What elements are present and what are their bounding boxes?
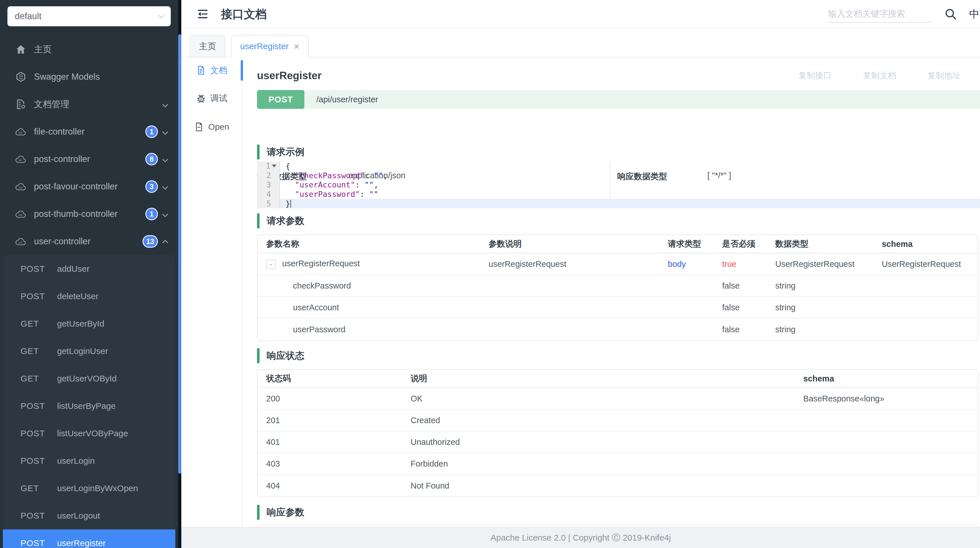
param-required-cell: true [714, 253, 767, 275]
doc-icon [196, 65, 206, 75]
api-cloud-icon: API [15, 236, 27, 247]
copy-link-2[interactable]: 复制地址 [928, 70, 961, 81]
sidebar-item-label: 文档管理 [34, 98, 69, 110]
sidebar-item-label: Swagger Models [34, 72, 100, 82]
sidebar-scrollbar-thumb[interactable] [178, 34, 181, 474]
api-cloud-icon: API [15, 153, 27, 165]
operation-item[interactable]: GETgetUserVOById [3, 365, 175, 392]
sidebar-scrollbar-track[interactable] [178, 0, 181, 548]
doc-nav-item-0[interactable]: 文档 [181, 61, 242, 80]
param-schema-cell [873, 319, 978, 340]
chevron-down-icon [159, 13, 164, 18]
operation-item[interactable]: GETgetUserById [3, 310, 175, 338]
close-icon[interactable]: × [294, 41, 299, 51]
svg-text:API: API [18, 186, 22, 189]
doc-nav-item-1[interactable]: 调试 [181, 89, 242, 108]
column-header: 状态码 [258, 370, 402, 388]
param-type-cell [659, 319, 714, 340]
line-number: 3 [257, 180, 280, 190]
operation-name: userRegister [57, 538, 106, 548]
fold-arrow-icon[interactable] [272, 164, 277, 167]
table-row: 403Forbidden [258, 453, 978, 475]
doc-manage-icon [15, 99, 27, 110]
operation-item[interactable]: POSTlistUserByPage [3, 392, 175, 420]
status-code-cell: 404 [258, 475, 402, 497]
status-desc-cell: Created [402, 410, 795, 432]
status-schema-cell: BaseResponse«long» [795, 388, 978, 410]
operation-item[interactable]: GETgetLoginUser [3, 338, 175, 365]
api-cloud-icon: API [15, 126, 27, 137]
sidebar-item-label: post-controller [34, 154, 90, 164]
operation-item[interactable]: POSTaddUser [3, 255, 175, 283]
operation-item[interactable]: POSTuserRegister [3, 529, 175, 548]
sidebar-item-5[interactable]: APIpost-favour-controller3 [0, 173, 178, 200]
operation-item[interactable]: POSTlistUserVOByPage [3, 420, 175, 447]
svg-text:API: API [18, 131, 22, 134]
code-line: 4 "userPassword": "" [257, 190, 980, 199]
code-line: 3 "userAccount": "", [257, 180, 980, 190]
copy-link-1[interactable]: 复制文档 [863, 70, 896, 81]
column-header: 参数说明 [480, 235, 659, 253]
doc-nav-item-2[interactable]: Open [181, 118, 242, 136]
operation-method: GET [21, 346, 57, 356]
table-row: userAccountfalsestring [258, 297, 978, 319]
section-response-status: 响应状态 [257, 348, 304, 363]
operation-item[interactable]: POSTuserLogout [3, 502, 175, 529]
request-params-table: 参数名称参数说明请求类型是否必须数据类型schema-userRegisterR… [257, 234, 978, 341]
tab-userRegister[interactable]: userRegister× [231, 35, 309, 57]
param-desc-cell [480, 319, 659, 340]
request-example-editor[interactable]: 1{2 "checkPassword": "",3 "userAccount":… [257, 161, 980, 208]
section-response-params: 响应参数 [257, 505, 304, 520]
operation-name: listUserByPage [57, 401, 116, 411]
search-icon[interactable] [944, 8, 957, 21]
param-type-cell [659, 297, 714, 319]
operation-item[interactable]: POSTuserLogin [3, 447, 175, 475]
count-badge: 1 [145, 126, 158, 138]
doc-nav-label: 文档 [210, 65, 227, 76]
tab-主页[interactable]: 主页 [190, 35, 225, 57]
operation-item[interactable]: GETuserLoginByWxOpen [3, 475, 175, 502]
status-schema-cell [795, 453, 978, 475]
group-select[interactable]: default [8, 6, 171, 26]
operation-method: GET [21, 374, 57, 384]
code-line: 5} [257, 199, 980, 208]
column-header: 请求类型 [659, 235, 714, 253]
endpoint-bar: POST /api/user/register [257, 90, 980, 109]
sidebar-item-label: post-thumb-controller [34, 209, 118, 219]
sidebar-item-0[interactable]: 主页 [0, 36, 178, 63]
language-toggle[interactable]: 中 [969, 7, 979, 21]
column-header: 是否必须 [714, 235, 767, 253]
doc-nav-active-indicator [241, 60, 243, 81]
code-text: { [280, 161, 980, 171]
count-badge: 8 [145, 153, 158, 166]
operation-name: userLogin [57, 456, 95, 466]
column-header: 说明 [402, 370, 795, 388]
operation-item[interactable]: POSTdeleteUser [3, 283, 175, 310]
sidebar-item-1[interactable]: Swagger Models [0, 63, 178, 91]
search-input[interactable]: 输入文档关键字搜索 [828, 5, 932, 22]
table-row: checkPasswordfalsestring [258, 275, 978, 297]
operation-method: POST [21, 292, 57, 301]
param-type-cell: body [659, 253, 714, 275]
text-cursor [290, 200, 291, 208]
sidebar-item-7[interactable]: APIuser-controller13 [0, 228, 178, 255]
status-schema-cell [795, 475, 978, 497]
status-code-cell: 401 [258, 432, 402, 453]
operation-name: userLoginByWxOpen [57, 483, 138, 493]
copy-actions: 复制接口复制文档复制地址 [799, 70, 980, 81]
copy-link-0[interactable]: 复制接口 [799, 70, 832, 81]
sidebar-item-3[interactable]: APIfile-controller1 [0, 118, 178, 145]
sidebar-item-4[interactable]: APIpost-controller8 [0, 145, 178, 173]
chevron-down-icon [162, 101, 168, 107]
param-datatype-cell: string [767, 319, 873, 340]
collapse-toggle[interactable]: - [266, 260, 276, 269]
status-desc-cell: Unauthorized [402, 432, 795, 453]
operation-name: deleteUser [57, 292, 99, 301]
svg-text:API: API [18, 159, 22, 162]
menu-fold-icon[interactable] [196, 8, 209, 20]
table-row: 401Unauthorized [258, 432, 978, 453]
sidebar-item-2[interactable]: 文档管理 [0, 91, 178, 118]
chevron-up-icon [162, 239, 168, 245]
sidebar-item-6[interactable]: APIpost-thumb-controller1 [0, 200, 178, 228]
count-badge: 13 [143, 235, 158, 248]
